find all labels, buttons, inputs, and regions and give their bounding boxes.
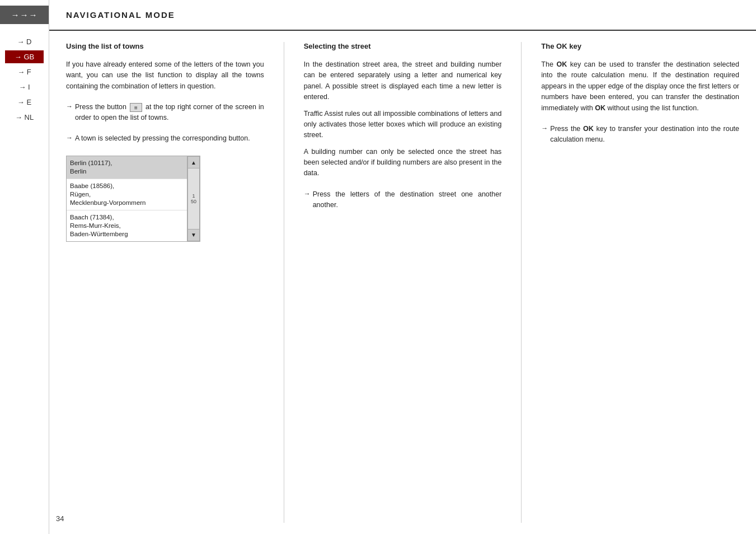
col-divider-2 — [521, 42, 522, 523]
nav-item-nl[interactable]: → NL — [5, 111, 44, 124]
town-list-item-3[interactable]: Baach (71384),Rems-Murr-Kreis,Baden-Würt… — [67, 210, 187, 241]
page-title: NAVIGATIONAL MODE — [66, 10, 175, 20]
page-header: NAVIGATIONAL MODE — [49, 0, 756, 31]
col3-heading: The OK key — [541, 42, 739, 50]
col2-bullet-arrow: → — [304, 190, 311, 198]
town-list-items: Berlin (10117),Berlin Baabe (18586),Rüge… — [67, 156, 187, 241]
scroll-down-btn[interactable]: ▼ — [187, 229, 200, 241]
bullet2-text: A town is selected by pressing the corre… — [75, 133, 250, 144]
town-list-item-1[interactable]: Berlin (10117),Berlin — [67, 156, 187, 179]
col3-para1: The OK key can be used to transfer the d… — [541, 59, 739, 114]
content-body: Using the list of towns If you have alre… — [49, 31, 756, 534]
ok-bold-3: OK — [583, 125, 594, 133]
col2-bullet-text: Press the letters of the destination str… — [313, 189, 502, 210]
page-number: 34 — [56, 514, 64, 523]
town-list-item-2[interactable]: Baabe (18586),Rügen,Mecklenburg-Vorpomme… — [67, 179, 187, 210]
nav-item-i[interactable]: → I — [5, 81, 44, 93]
column-ok: The OK key The OK key can be used to tra… — [541, 42, 739, 523]
header-arrows: →→→ — [11, 10, 38, 20]
col2-para1: In the destination street area, the stre… — [304, 59, 502, 103]
bullet1-text: Press the button ≡ at the top right corn… — [75, 102, 264, 123]
ok-bold-2: OK — [595, 104, 605, 112]
town-list-scrollbar: ▲ 150 ▼ — [187, 156, 200, 241]
main-content: NAVIGATIONAL MODE Using the list of town… — [49, 0, 756, 534]
nav-item-gb[interactable]: → GB — [5, 50, 44, 63]
col1-intro: If you have already entered some of the … — [66, 59, 264, 92]
col-divider-1 — [284, 42, 284, 523]
nav-item-d[interactable]: → D — [5, 35, 44, 48]
col3-bullet-arrow: → — [541, 124, 548, 132]
nav-item-e[interactable]: → E — [5, 96, 44, 109]
col1-bullet1: → Press the button ≡ at the top right co… — [66, 102, 264, 123]
bullet-arrow-1: → — [66, 102, 73, 110]
nav-item-f[interactable]: → F — [5, 65, 44, 78]
sidebar-header: →→→ — [0, 6, 49, 24]
scroll-track: 150 — [187, 168, 200, 229]
col2-heading: Selecting the street — [304, 42, 502, 50]
sidebar: →→→ → D→ GB→ F→ I→ E→ NL — [0, 0, 49, 534]
list-button-icon: ≡ — [130, 103, 142, 112]
col2-para2: Traffic Assist rules out all impossible … — [304, 109, 502, 141]
town-list-wrapper: Berlin (10117),Berlin Baabe (18586),Rüge… — [67, 156, 200, 241]
column-street: Selecting the street In the destination … — [304, 42, 502, 523]
col1-bullet2: → A town is selected by pressing the cor… — [66, 133, 264, 144]
col2-bullet1: → Press the letters of the destination s… — [304, 189, 502, 210]
col3-bullet-text: Press the OK key to transfer your destin… — [550, 124, 739, 145]
town-list-widget: Berlin (10117),Berlin Baabe (18586),Rüge… — [66, 156, 200, 242]
col1-heading: Using the list of towns — [66, 42, 264, 50]
nav-items: → D→ GB→ F→ I→ E→ NL — [0, 35, 49, 124]
scroll-up-btn[interactable]: ▲ — [187, 156, 200, 168]
bullet-arrow-2: → — [66, 134, 73, 142]
column-towns: Using the list of towns If you have alre… — [66, 42, 264, 523]
scroll-position: 150 — [191, 193, 196, 204]
col3-bullet1: → Press the OK key to transfer your dest… — [541, 124, 739, 145]
col2-para3: A building number can only be selected o… — [304, 147, 502, 179]
ok-bold-1: OK — [556, 60, 567, 68]
